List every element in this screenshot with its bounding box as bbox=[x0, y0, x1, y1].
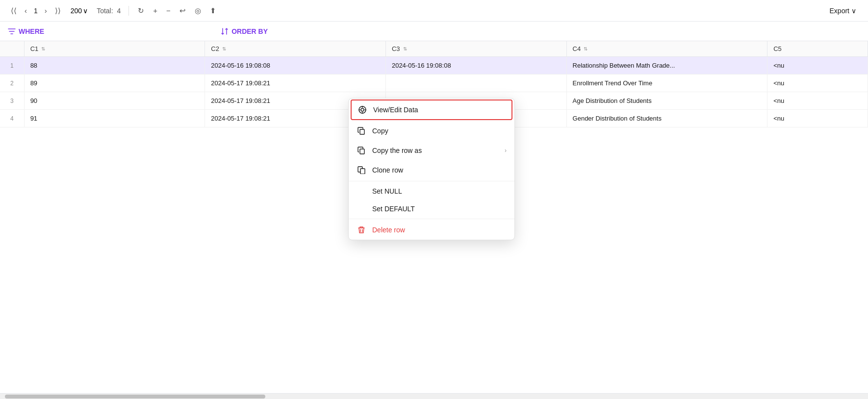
svg-rect-2 bbox=[360, 129, 364, 134]
set-null-label: Set NULL bbox=[372, 187, 402, 195]
upload-button[interactable]: ⬆ bbox=[207, 4, 219, 17]
context-menu-view-edit[interactable]: View/Edit Data bbox=[351, 100, 512, 120]
clone-row-label: Clone row bbox=[372, 166, 403, 174]
view-button[interactable]: ◎ bbox=[192, 4, 204, 17]
context-menu-set-null[interactable]: Set NULL bbox=[349, 182, 514, 200]
cell-c1: 88 bbox=[24, 57, 205, 75]
row-number-cell: 1 bbox=[0, 57, 24, 75]
col-header-c5[interactable]: C5 bbox=[767, 41, 868, 57]
menu-separator-1 bbox=[349, 181, 514, 181]
orderby-button[interactable]: ORDER BY bbox=[221, 27, 268, 35]
clone-row-icon bbox=[357, 166, 366, 174]
page-size-arrow-icon: ∨ bbox=[83, 7, 88, 15]
add-row-button[interactable]: + bbox=[150, 4, 160, 17]
toolbar-separator bbox=[128, 6, 129, 16]
cell-c5: <nu bbox=[767, 75, 868, 92]
col-header-c1[interactable]: C1 ⇅ bbox=[24, 41, 205, 57]
where-button[interactable]: WHERE bbox=[8, 27, 44, 35]
svg-rect-3 bbox=[360, 149, 364, 154]
nav-prev-button[interactable]: ‹ bbox=[22, 4, 30, 17]
toolbar-actions: ↻ + − ↩ ◎ ⬆ bbox=[135, 4, 219, 17]
copy-row-as-label: Copy the row as bbox=[372, 147, 422, 154]
scrollbar-thumb[interactable] bbox=[5, 395, 265, 399]
sort-icon-c1: ⇅ bbox=[41, 46, 45, 51]
copy-row-as-chevron-icon: › bbox=[505, 147, 507, 154]
col-header-rownum bbox=[0, 41, 24, 57]
context-menu: View/Edit Data Copy Copy the row as › bbox=[348, 98, 515, 240]
cell-c1: 91 bbox=[24, 110, 205, 127]
filter-bar: WHERE ORDER BY bbox=[0, 22, 868, 41]
copy-label: Copy bbox=[372, 127, 388, 135]
set-default-label: Set DEFAULT bbox=[372, 205, 415, 213]
cell-c5: <nu bbox=[767, 110, 868, 127]
table-row[interactable]: 2892024-05-17 19:08:21Enrollment Trend O… bbox=[0, 75, 868, 92]
total-label: Total: 4 bbox=[95, 7, 123, 15]
export-arrow-icon: ∨ bbox=[851, 7, 856, 15]
cell-c5: <nu bbox=[767, 57, 868, 75]
cell-c2: 2024-05-17 19:08:21 bbox=[205, 75, 386, 92]
context-menu-set-default[interactable]: Set DEFAULT bbox=[349, 200, 514, 218]
col-header-c4[interactable]: C4 ⇅ bbox=[566, 41, 767, 57]
nav-next-button[interactable]: › bbox=[42, 4, 50, 17]
col-header-c3[interactable]: C3 ⇅ bbox=[385, 41, 566, 57]
context-menu-clone-row[interactable]: Clone row bbox=[349, 160, 514, 180]
undo-button[interactable]: ↩ bbox=[177, 4, 189, 17]
row-number-cell: 3 bbox=[0, 92, 24, 110]
sort-icon-c2: ⇅ bbox=[222, 46, 226, 51]
export-button[interactable]: Export ∨ bbox=[826, 5, 860, 17]
toolbar: ⟨⟨ ‹ 1 › ⟩⟩ 200 ∨ Total: 4 ↻ + − ↩ ◎ ⬆ E… bbox=[0, 0, 868, 22]
delete-row-label: Delete row bbox=[372, 226, 405, 234]
copy-icon bbox=[357, 127, 366, 135]
filter-icon bbox=[8, 27, 16, 35]
context-menu-delete-row[interactable]: Delete row bbox=[349, 220, 514, 240]
horizontal-scrollbar[interactable] bbox=[0, 393, 868, 399]
cell-c4: Relationship Between Math Grade... bbox=[566, 57, 767, 75]
cell-c4: Age Distribution of Students bbox=[566, 92, 767, 110]
col-header-c2[interactable]: C2 ⇅ bbox=[205, 41, 386, 57]
cell-c4: Gender Distribution of Students bbox=[566, 110, 767, 127]
view-edit-label: View/Edit Data bbox=[373, 106, 418, 114]
copy-row-as-icon bbox=[357, 147, 366, 154]
cell-c4: Enrollment Trend Over Time bbox=[566, 75, 767, 92]
table-header-row: C1 ⇅ C2 ⇅ C3 ⇅ bbox=[0, 41, 868, 57]
cell-c5: <nu bbox=[767, 92, 868, 110]
row-number-cell: 4 bbox=[0, 110, 24, 127]
sort-icon-c4: ⇅ bbox=[584, 46, 587, 51]
cell-c1: 89 bbox=[24, 75, 205, 92]
context-menu-copy-row-as[interactable]: Copy the row as › bbox=[349, 141, 514, 160]
delete-row-button[interactable]: − bbox=[163, 4, 174, 17]
cell-c1: 90 bbox=[24, 92, 205, 110]
cell-c3: 2024-05-16 19:08:08 bbox=[385, 57, 566, 75]
menu-separator-2 bbox=[349, 219, 514, 219]
view-edit-icon bbox=[357, 105, 367, 114]
table-row[interactable]: 1882024-05-16 19:08:082024-05-16 19:08:0… bbox=[0, 57, 868, 75]
row-number-cell: 2 bbox=[0, 75, 24, 92]
page-number: 1 bbox=[32, 7, 40, 15]
sort-icon-c3: ⇅ bbox=[403, 46, 407, 51]
orderby-icon bbox=[221, 27, 229, 35]
delete-row-icon bbox=[357, 226, 366, 234]
nav-last-button[interactable]: ⟩⟩ bbox=[52, 4, 64, 17]
refresh-button[interactable]: ↻ bbox=[135, 4, 147, 17]
svg-rect-5 bbox=[360, 169, 365, 174]
svg-point-1 bbox=[361, 108, 364, 111]
context-menu-copy[interactable]: Copy bbox=[349, 121, 514, 141]
nav-first-button[interactable]: ⟨⟨ bbox=[8, 4, 20, 17]
cell-c3 bbox=[385, 75, 566, 92]
cell-c2: 2024-05-16 19:08:08 bbox=[205, 57, 386, 75]
pagination-nav: ⟨⟨ ‹ 1 › ⟩⟩ bbox=[8, 4, 64, 17]
page-size-selector[interactable]: 200 ∨ bbox=[68, 6, 91, 16]
